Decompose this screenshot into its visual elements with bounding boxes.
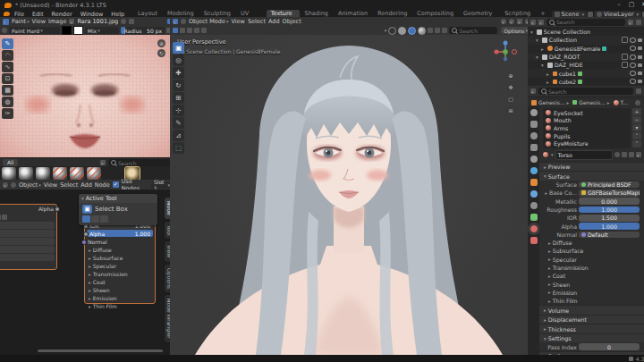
alpha-field[interactable]: Alpha1.000 <box>87 230 153 237</box>
gradient-tool-button[interactable]: ◍ <box>2 97 13 107</box>
add-slot-button[interactable]: + <box>632 108 641 115</box>
properties-search[interactable] <box>538 88 633 95</box>
select-mode-add-button[interactable] <box>91 215 99 223</box>
blender-menu-icon[interactable] <box>4 12 10 16</box>
breadcrumb-material[interactable]: T... <box>621 99 629 105</box>
select-mode-subtract-button[interactable] <box>100 215 108 223</box>
editor-type-properties-icon[interactable] <box>530 88 536 94</box>
secondary-color-swatch[interactable] <box>73 26 83 35</box>
node-section-specular[interactable]: Specular <box>85 262 155 270</box>
fake-user-icon[interactable] <box>614 152 620 157</box>
shader-type-dropdown[interactable]: Object <box>19 181 41 189</box>
new-scene-button[interactable] <box>588 12 593 17</box>
section-diffuse[interactable]: Diffuse <box>539 239 644 247</box>
section-specular[interactable]: Specular <box>539 256 644 264</box>
move-tool[interactable]: ✚ <box>173 67 184 79</box>
image-view-menu[interactable]: View <box>32 18 46 25</box>
node-section-thin-film[interactable]: Thin Film <box>85 302 155 310</box>
xray-toggle-icon[interactable] <box>442 28 447 33</box>
outliner-row-cube2[interactable]: cube2 <box>528 78 644 86</box>
exclude-checkbox[interactable] <box>622 37 628 43</box>
shader-select-menu[interactable]: Select <box>60 181 78 189</box>
character-model[interactable] <box>170 35 528 355</box>
filter-icon[interactable] <box>628 20 633 25</box>
outliner-row-genesis8female[interactable]: Genesis8Female <box>528 45 644 53</box>
hide-eye-icon[interactable] <box>630 63 636 68</box>
shader-horizontal-scrollbar[interactable] <box>38 349 163 352</box>
vp-add-menu[interactable]: Add <box>268 18 280 25</box>
disable-render-icon[interactable] <box>638 46 642 50</box>
displacement-panel-header[interactable]: Displacement <box>539 315 644 324</box>
tab-material[interactable] <box>530 225 538 232</box>
shader-view-menu[interactable]: View <box>44 181 57 189</box>
ior-field[interactable]: 1.500 <box>579 215 640 222</box>
node-section-coat[interactable]: Coat <box>85 278 155 286</box>
blend-mode-dropdown[interactable]: Mix <box>85 27 120 34</box>
disable-render-icon[interactable] <box>638 55 642 59</box>
transform-pivot-icon[interactable] <box>509 19 514 24</box>
tab-tool[interactable] <box>530 109 538 116</box>
options-button[interactable]: Options <box>501 27 530 34</box>
brush-thumbnail[interactable] <box>70 167 84 180</box>
shading-dropdown-arrow[interactable] <box>384 27 387 34</box>
editor-type-shader-icon[interactable] <box>3 182 8 188</box>
active-tool-panel-header[interactable]: Active Tool <box>79 194 157 203</box>
shader-editor-canvas[interactable]: Alpha IOR1.000 Alpha1.000 Normal Diffuse… <box>0 189 173 355</box>
vp-view-menu[interactable]: View <box>231 18 244 25</box>
snap-magnet-icon[interactable] <box>517 19 522 24</box>
thickness-panel-header[interactable]: Thickness <box>539 324 644 333</box>
brush-selector[interactable]: Paint Hard <box>9 27 60 34</box>
disable-render-icon[interactable] <box>638 38 642 42</box>
normal-socket[interactable] <box>81 240 87 245</box>
navigation-gizmo[interactable] <box>494 40 517 63</box>
shading-solid-icon[interactable] <box>398 27 406 35</box>
alpha-output-socket[interactable] <box>55 206 60 212</box>
tab-modifiers[interactable] <box>530 190 538 198</box>
select-mode-new-button[interactable] <box>82 215 90 223</box>
outliner-row-daz-root[interactable]: DAZ_ROOT <box>528 53 644 61</box>
brush-thumbnail[interactable] <box>87 167 101 180</box>
roughness-slider[interactable]: 1.000 <box>579 206 640 214</box>
tab-scene[interactable] <box>530 156 538 163</box>
display-mode-icon[interactable] <box>530 20 536 25</box>
image-new-icon[interactable] <box>0 215 1 220</box>
pass-index-field[interactable]: 0 <box>579 343 640 350</box>
outliner-row-scene-collection[interactable]: Scene Collection <box>528 28 644 36</box>
primary-color-swatch[interactable] <box>62 26 72 35</box>
brush-thumbnail[interactable] <box>53 167 67 180</box>
brush-thumbnail[interactable] <box>2 167 16 180</box>
node-section-subsurface[interactable]: Subsurface <box>85 254 155 262</box>
image-texture-node[interactable]: Alpha <box>0 204 57 270</box>
properties-options-icon[interactable] <box>636 88 641 94</box>
vp-object-menu[interactable]: Object <box>283 18 301 25</box>
transform-tool[interactable]: ⊹ <box>173 105 184 116</box>
link-filter-icon[interactable] <box>636 152 641 157</box>
image-image-menu[interactable]: Image <box>48 18 66 25</box>
shading-rendered-icon[interactable] <box>418 27 426 35</box>
outliner-row-collection[interactable]: Collection <box>528 36 644 44</box>
tab-render[interactable] <box>530 121 538 128</box>
tab-view-layer[interactable] <box>530 144 538 151</box>
editor-type-3d-icon[interactable] <box>173 19 178 24</box>
hide-eye-icon[interactable] <box>630 71 636 76</box>
hide-eye-icon[interactable] <box>630 38 636 43</box>
browse-image-icon[interactable] <box>69 19 74 24</box>
slot-arms[interactable]: Arms <box>543 124 631 132</box>
section-sheen[interactable]: Sheen <box>539 281 644 289</box>
draw-tool-button[interactable]: ✎ <box>2 38 13 49</box>
paint-mode-dropdown[interactable]: Paint <box>12 18 30 25</box>
node-section-sheen[interactable]: Sheen <box>85 286 155 294</box>
hide-eye-icon[interactable] <box>630 46 636 51</box>
hide-eye-icon[interactable] <box>630 79 636 84</box>
settings-panel-header[interactable]: Settings <box>539 333 644 343</box>
radius-slider[interactable]: Radius50 px <box>121 27 165 34</box>
brush-thumbnail[interactable] <box>19 167 33 180</box>
perspective-toggle-button[interactable]: ⊞ <box>506 105 515 114</box>
select-box-tool[interactable]: ▣ <box>173 42 184 54</box>
pin-id-icon[interactable] <box>635 100 640 105</box>
fill-tool-button[interactable]: ▩ <box>2 85 13 96</box>
tab-object[interactable] <box>530 179 538 186</box>
viewport-canvas[interactable]: User Perspective (8) Scene Collection | … <box>170 35 528 355</box>
colorspace-dropdown[interactable] <box>0 254 55 261</box>
disable-render-icon[interactable] <box>638 63 642 67</box>
